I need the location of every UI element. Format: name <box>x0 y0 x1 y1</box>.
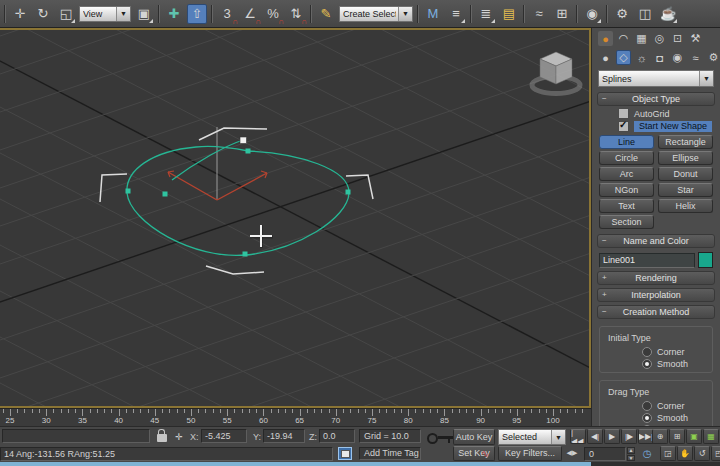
timeline-label: 25 <box>6 416 15 425</box>
selection-lock-icon[interactable] <box>157 434 167 442</box>
select-and-rotate-icon[interactable]: ↻ <box>33 4 53 24</box>
shape-button-helix[interactable]: Helix <box>658 199 713 213</box>
reference-coordinate-system-dropdown[interactable]: View▼ <box>79 6 131 22</box>
rendered-frame-window-icon[interactable]: ◫ <box>635 4 655 24</box>
previous-frame-button[interactable]: ◀| <box>587 429 603 444</box>
shape-button-circle[interactable]: Circle <box>599 151 654 165</box>
viewport-canvas[interactable] <box>0 30 589 406</box>
subtab-space-warps[interactable]: ≈ <box>688 50 703 65</box>
rollout-name-and-color[interactable]: − Name and Color <box>597 234 715 248</box>
tab-motion[interactable]: ◎ <box>652 31 667 46</box>
set-key-mode-key-icon[interactable] <box>427 432 455 444</box>
auto-key-button[interactable]: Auto Key <box>453 429 495 445</box>
timeline-track-bar[interactable]: 253035404550556065707580859095100 <box>0 408 591 427</box>
perspective-viewport[interactable] <box>0 28 591 408</box>
drag-type-radio-smooth[interactable] <box>642 413 652 423</box>
set-key-curve-icon[interactable]: ∿ <box>477 445 493 461</box>
x-coordinate-field[interactable]: -5.425 <box>201 429 247 443</box>
select-and-manipulate-icon[interactable]: ✚ <box>164 4 184 24</box>
snap-toggle-3d-icon[interactable]: 3∩ <box>217 4 237 24</box>
shape-button-donut[interactable]: Donut <box>658 167 713 181</box>
shape-category-dropdown[interactable]: Splines ▼ <box>598 70 714 87</box>
zoom-extents-button[interactable]: ▣ <box>686 429 702 444</box>
selection-set-dropdown[interactable]: Selected ▼ <box>498 429 566 445</box>
subtab-lights[interactable]: ☼ <box>634 50 649 65</box>
absolute-mode-toggle-icon[interactable]: ✛ <box>171 429 187 445</box>
mirror-icon[interactable]: M <box>423 4 443 24</box>
spinner-snap-toggle-icon[interactable]: ⇅∩ <box>286 4 306 24</box>
current-frame-field[interactable]: 0 <box>584 447 626 461</box>
autogrid-checkbox[interactable] <box>618 108 629 119</box>
key-mode-toggle-icon[interactable]: ◀▶ <box>564 445 580 461</box>
rollout-interpolation[interactable]: + Interpolation <box>597 288 715 302</box>
z-coordinate-field[interactable]: 0.0 <box>319 429 355 443</box>
tab-display[interactable]: ⊡ <box>670 31 685 46</box>
zoom-region-button[interactable]: ◲ <box>660 446 676 461</box>
shape-button-ellipse[interactable]: Ellipse <box>658 151 713 165</box>
key-filters-button[interactable]: Key Filters... <box>498 446 562 461</box>
edit-named-selection-sets-icon[interactable]: ✎ <box>316 4 336 24</box>
named-selection-sets-dropdown[interactable]: Create Selection Se▼ <box>339 6 413 22</box>
add-time-tag-field[interactable]: Add Time Tag <box>359 447 421 460</box>
zoom-extents-all-button[interactable]: ▦ <box>703 429 719 444</box>
timeline-label: 80 <box>404 416 413 425</box>
subtab-shapes[interactable]: ◇ <box>616 50 631 65</box>
subtab-systems[interactable]: ⚙ <box>706 50 720 65</box>
tab-utilities[interactable]: ⚒ <box>688 31 703 46</box>
initial-type-radio-corner[interactable] <box>642 347 652 357</box>
zoom-button[interactable]: ⊕ <box>652 429 668 444</box>
shape-button-arc[interactable]: Arc <box>599 167 654 181</box>
line001-spline[interactable] <box>126 137 351 257</box>
maximize-viewport-toggle-button[interactable]: ◰ <box>711 446 720 461</box>
curve-editor-icon[interactable]: ≈ <box>529 4 549 24</box>
drag-type-radio-corner[interactable] <box>642 401 652 411</box>
subtab-geometry[interactable]: ● <box>598 50 613 65</box>
tab-hierarchy[interactable]: ▦ <box>634 31 649 46</box>
spline-vertices <box>126 149 351 257</box>
angle-snap-toggle-icon[interactable]: ∠∩ <box>240 4 260 24</box>
rollout-creation-method[interactable]: − Creation Method <box>597 305 715 319</box>
shape-button-rectangle[interactable]: Rectangle <box>658 135 713 149</box>
percent-snap-toggle-icon[interactable]: %∩ <box>263 4 283 24</box>
tab-modify[interactable]: ◠ <box>616 31 631 46</box>
frame-spinner[interactable]: ▲▼ <box>627 447 635 461</box>
timeline-tick <box>104 409 105 413</box>
pan-button[interactable]: ✋ <box>677 446 693 461</box>
shape-button-star[interactable]: Star <box>658 183 713 197</box>
select-and-move-icon[interactable]: ✛ <box>10 4 30 24</box>
use-pivot-point-center-icon[interactable]: ▣ <box>134 4 154 24</box>
mini-window-toggle-icon[interactable] <box>338 447 352 460</box>
select-and-scale-icon[interactable]: ◱ <box>56 4 76 24</box>
render-setup-icon[interactable]: ⚙ <box>612 4 632 24</box>
tab-create[interactable]: ● <box>598 31 613 46</box>
start-new-shape-checkbox[interactable] <box>618 121 629 132</box>
object-name-input[interactable]: Line001 <box>599 253 695 268</box>
keyboard-shortcut-override-icon[interactable]: ⇧ <box>187 4 207 24</box>
shape-button-section[interactable]: Section <box>599 215 654 229</box>
shape-button-text[interactable]: Text <box>599 199 654 213</box>
y-coordinate-field[interactable]: -19.94 <box>263 429 305 443</box>
schematic-view-icon[interactable]: ⊞ <box>552 4 572 24</box>
toolbar-separator <box>211 5 213 23</box>
next-frame-button[interactable]: |▶ <box>621 429 637 444</box>
rollout-object-type[interactable]: − Object Type <box>597 92 715 106</box>
subtab-cameras[interactable]: ◘ <box>652 50 667 65</box>
go-to-start-button[interactable]: |◀◀ <box>570 429 586 444</box>
start-new-shape-button[interactable]: Start New Shape <box>634 121 712 132</box>
rollout-rendering[interactable]: + Rendering <box>597 271 715 285</box>
initial-type-radio-smooth[interactable] <box>642 359 652 369</box>
material-editor-icon[interactable]: ◉ <box>582 4 602 24</box>
graphite-modeling-tools-icon[interactable]: ▤ <box>499 4 519 24</box>
shape-button-ngon[interactable]: NGon <box>599 183 654 197</box>
zoom-all-button[interactable]: ⊞ <box>669 429 685 444</box>
viewcube[interactable] <box>532 52 580 94</box>
subtab-helpers[interactable]: ◉ <box>670 50 685 65</box>
play-button[interactable]: ▶ <box>604 429 620 444</box>
orbit-button[interactable]: ↺ <box>694 446 710 461</box>
shape-button-line[interactable]: Line <box>599 135 654 149</box>
time-configuration-icon[interactable]: ◷ <box>639 445 655 461</box>
align-icon[interactable]: ≡ <box>446 4 466 24</box>
object-color-swatch[interactable] <box>698 252 713 268</box>
render-production-icon[interactable]: ☕ <box>658 4 678 24</box>
layer-manager-icon[interactable]: ≣ <box>476 4 496 24</box>
